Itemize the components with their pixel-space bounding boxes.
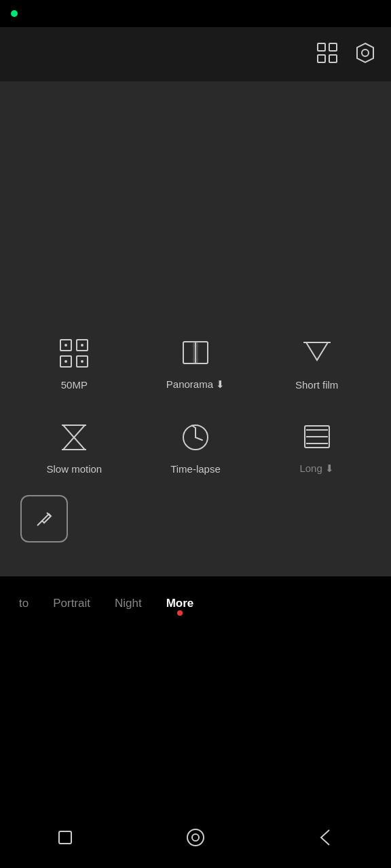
svg-point-5 <box>362 50 369 56</box>
short-film-label: Short film <box>295 379 338 391</box>
back-button[interactable] <box>309 821 343 854</box>
bottom-area <box>0 631 391 868</box>
svg-point-30 <box>187 829 204 846</box>
short-film-icon <box>298 334 336 372</box>
tab-night[interactable]: Night <box>103 590 154 617</box>
recent-apps-button[interactable] <box>48 821 82 854</box>
svg-point-13 <box>81 360 83 363</box>
tab-photo[interactable]: to <box>7 590 41 617</box>
mode-item-time-lapse[interactable]: Time-lapse <box>135 404 257 488</box>
status-bar <box>0 0 391 27</box>
svg-point-11 <box>81 344 83 347</box>
svg-point-10 <box>64 344 67 347</box>
slow-motion-icon <box>55 418 93 456</box>
panorama-icon <box>176 334 215 372</box>
svg-marker-18 <box>63 425 85 450</box>
settings-icon[interactable] <box>353 41 377 68</box>
long-exposure-label: Long ⬇ <box>299 462 334 475</box>
edit-modes-button[interactable] <box>20 495 68 542</box>
svg-point-12 <box>64 360 67 363</box>
mode-item-short-film[interactable]: Short film <box>256 320 377 404</box>
svg-rect-29 <box>59 831 71 844</box>
svg-rect-16 <box>193 342 198 363</box>
top-bar <box>0 27 391 81</box>
svg-rect-1 <box>329 43 337 51</box>
mode-item-slow-motion[interactable]: Slow motion <box>14 404 135 488</box>
navigation-bar <box>0 814 391 868</box>
svg-rect-2 <box>318 55 325 62</box>
mode-item-panorama[interactable]: Panorama ⬇ <box>135 320 257 404</box>
time-lapse-icon <box>176 418 215 456</box>
svg-marker-4 <box>357 43 373 62</box>
long-exposure-icon <box>298 418 336 456</box>
tab-portrait[interactable]: Portrait <box>41 590 103 617</box>
svg-rect-3 <box>329 55 337 62</box>
camera-area: 50MP Panorama ⬇ Short film <box>0 81 391 576</box>
svg-point-31 <box>192 834 199 841</box>
time-lapse-label: Time-lapse <box>170 463 221 475</box>
edit-row <box>0 488 391 549</box>
home-button[interactable] <box>179 821 212 854</box>
50mp-icon <box>55 334 93 372</box>
tab-more[interactable]: More <box>154 590 206 617</box>
50mp-label: 50MP <box>61 379 88 391</box>
slow-motion-label: Slow motion <box>46 463 102 475</box>
mode-item-long-exposure[interactable]: Long ⬇ <box>256 404 377 488</box>
mode-item-50mp[interactable]: 50MP <box>14 320 135 404</box>
panorama-label: Panorama ⬇ <box>166 378 225 391</box>
grid-icon[interactable] <box>315 41 339 68</box>
mode-grid: 50MP Panorama ⬇ Short film <box>0 320 391 488</box>
mode-selector: to Portrait Night More <box>0 576 391 631</box>
status-indicator <box>11 10 18 17</box>
svg-rect-0 <box>318 43 325 51</box>
svg-line-27 <box>37 521 42 526</box>
